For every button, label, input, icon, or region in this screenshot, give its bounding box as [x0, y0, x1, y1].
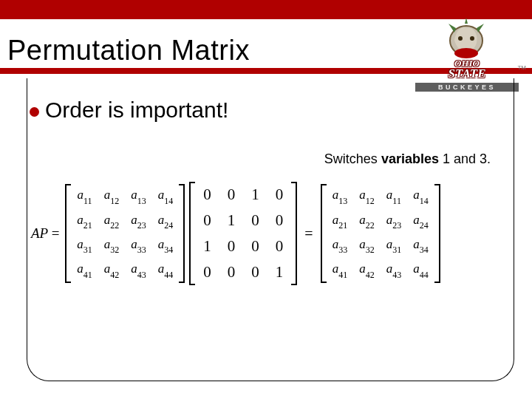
- matrix-cell: 0: [219, 259, 244, 285]
- matrix-cell: a13: [125, 184, 152, 208]
- bullet-icon: [30, 107, 39, 117]
- matrix-cell: a33: [327, 233, 354, 258]
- matrix-p: 0010010010000001: [189, 182, 297, 285]
- svg-point-2: [470, 36, 474, 41]
- matrix-cell: a12: [98, 184, 126, 208]
- matrix-result: a13a12a11a14a21a22a23a24a33a32a31a34a41a…: [321, 184, 440, 283]
- bullet-text: Order is important!: [45, 98, 228, 122]
- trademark: TM: [517, 64, 526, 71]
- matrix-cell: a41: [71, 258, 98, 282]
- matrix-cell: 0: [195, 259, 219, 285]
- matrix-cell: 1: [267, 259, 292, 285]
- matrix-cell: 0: [267, 208, 292, 233]
- matrix-cell: a11: [381, 184, 408, 208]
- matrix-cell: a41: [327, 258, 354, 282]
- matrix-cell: 1: [243, 182, 267, 208]
- matrix-cell: a44: [407, 258, 434, 282]
- matrix-cell: a24: [407, 209, 434, 233]
- matrix-cell: a22: [98, 209, 126, 233]
- matrix-cell: a33: [125, 233, 152, 258]
- matrix-cell: 0: [195, 182, 219, 208]
- matrix-cell: 1: [195, 233, 219, 259]
- matrix-cell: a42: [98, 258, 126, 282]
- matrix-cell: a32: [98, 233, 126, 258]
- equals-sign: =: [301, 225, 316, 242]
- matrix-cell: 0: [243, 259, 267, 285]
- bullet-item: Order is important!: [30, 98, 502, 123]
- matrix-cell: 1: [219, 208, 244, 233]
- matrix-cell: a13: [327, 184, 354, 208]
- matrix-cell: a31: [71, 233, 98, 258]
- matrix-cell: a21: [327, 209, 354, 233]
- matrix-cell: a31: [381, 233, 408, 258]
- matrix-cell: 0: [243, 233, 267, 259]
- matrix-cell: a34: [407, 233, 434, 258]
- matrix-cell: a23: [125, 209, 152, 233]
- matrix-cell: a42: [353, 258, 381, 282]
- mascot-icon: [438, 15, 496, 61]
- matrix-cell: 0: [267, 182, 292, 208]
- matrix-cell: 0: [243, 208, 267, 233]
- page-title: Permutation Matrix: [7, 35, 250, 66]
- matrix-cell: a43: [381, 258, 408, 282]
- matrix-cell: a21: [71, 209, 98, 233]
- matrix-cell: a12: [353, 184, 381, 208]
- matrix-cell: 0: [219, 182, 244, 208]
- equation: AP = a11a12a13a14a21a22a23a24a31a32a33a3…: [31, 182, 511, 285]
- eq-lhs: AP =: [31, 225, 61, 242]
- matrix-cell: a22: [353, 209, 381, 233]
- matrix-cell: a32: [353, 233, 381, 258]
- matrix-cell: 0: [195, 208, 219, 233]
- matrix-cell: a23: [381, 209, 408, 233]
- matrix-cell: a24: [152, 209, 180, 233]
- matrix-cell: a34: [152, 233, 180, 258]
- matrix-cell: a44: [152, 258, 180, 282]
- caption: Switches variables 1 and 3.: [324, 151, 491, 167]
- matrix-cell: a14: [152, 184, 180, 208]
- svg-point-3: [454, 48, 478, 58]
- ohio-state-logo: OHIOSTATE BUCKEYES TM: [415, 15, 519, 81]
- matrix-cell: 0: [219, 233, 244, 259]
- matrix-a: a11a12a13a14a21a22a23a24a31a32a33a34a41a…: [65, 184, 185, 283]
- matrix-cell: 0: [267, 233, 292, 259]
- slide: Permutation Matrix OHIOSTATE BUCKEYES TM…: [0, 0, 532, 399]
- matrix-cell: a43: [125, 258, 152, 282]
- matrix-cell: a14: [407, 184, 434, 208]
- matrix-cell: a11: [71, 184, 98, 208]
- svg-point-1: [458, 36, 463, 41]
